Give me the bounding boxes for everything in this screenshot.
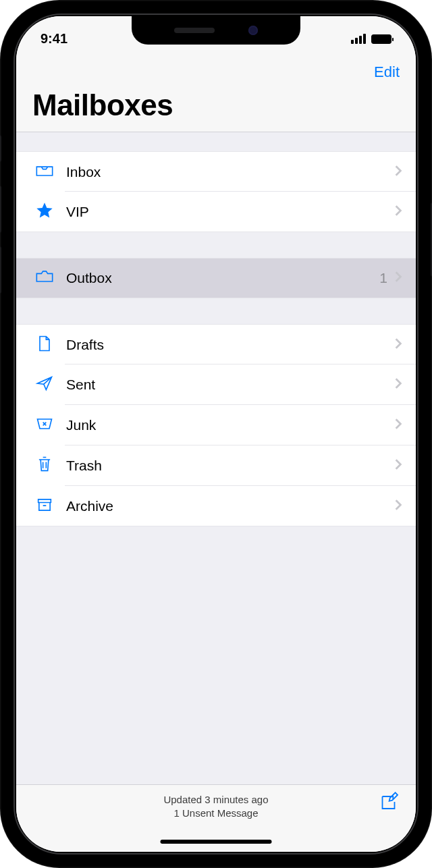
- mailbox-group-main: Inbox VIP: [16, 151, 416, 232]
- speaker-grille: [174, 28, 215, 33]
- edit-button[interactable]: Edit: [374, 63, 400, 81]
- navigation-bar: Edit Mailboxes: [16, 53, 416, 132]
- battery-icon: [371, 34, 392, 44]
- mailbox-label: Sent: [57, 377, 394, 393]
- status-time: 9:41: [40, 31, 68, 47]
- inbox-icon: [35, 161, 54, 183]
- volume-down-button: [0, 246, 1, 294]
- chevron-right-icon: [394, 458, 402, 473]
- chevron-right-icon: [394, 499, 402, 514]
- chevron-right-icon: [394, 271, 402, 286]
- screen: 9:41 Edit Mailboxes: [16, 16, 416, 852]
- star-icon: [35, 201, 54, 223]
- home-indicator: [161, 840, 272, 844]
- toolbar-status: Updated 3 minutes ago 1 Unsent Message: [53, 792, 379, 821]
- device-frame: 9:41 Edit Mailboxes: [0, 0, 432, 868]
- volume-up-button: [0, 186, 1, 233]
- status-unsent: 1 Unsent Message: [53, 807, 379, 820]
- mailbox-label: Outbox: [57, 270, 379, 286]
- status-updated: Updated 3 minutes ago: [53, 793, 379, 807]
- mailbox-label: Trash: [57, 458, 394, 474]
- trash-icon: [35, 455, 54, 477]
- compose-button[interactable]: [379, 792, 400, 815]
- mailbox-row-archive[interactable]: Archive: [16, 486, 416, 526]
- chevron-right-icon: [394, 165, 402, 180]
- junk-icon: [35, 414, 54, 436]
- mailbox-group-outbox: Outbox 1: [16, 258, 416, 298]
- toolbar: Updated 3 minutes ago 1 Unsent Message: [16, 784, 416, 852]
- mailbox-row-inbox[interactable]: Inbox: [16, 151, 416, 192]
- outbox-icon: [35, 267, 54, 289]
- paper-plane-icon: [35, 374, 54, 396]
- mailbox-label: Archive: [57, 498, 394, 514]
- mailbox-row-drafts[interactable]: Drafts: [16, 324, 416, 364]
- mailbox-label: Drafts: [57, 337, 394, 353]
- mailbox-row-outbox[interactable]: Outbox 1: [16, 258, 416, 298]
- archive-icon: [35, 495, 54, 517]
- cellular-signal-icon: [351, 34, 366, 44]
- mailbox-group-folders: Drafts Sent Junk: [16, 324, 416, 526]
- front-camera: [248, 26, 258, 35]
- document-icon: [35, 334, 54, 356]
- mailbox-list: Inbox VIP: [16, 132, 416, 784]
- mailbox-count: 1: [379, 270, 394, 286]
- mailbox-label: VIP: [57, 204, 394, 220]
- chevron-right-icon: [394, 377, 402, 392]
- mailbox-row-trash[interactable]: Trash: [16, 445, 416, 486]
- notch: [132, 16, 300, 45]
- page-title: Mailboxes: [32, 88, 400, 122]
- mailbox-label: Inbox: [57, 164, 394, 180]
- mailbox-row-junk[interactable]: Junk: [16, 405, 416, 445]
- mailbox-row-sent[interactable]: Sent: [16, 364, 416, 405]
- chevron-right-icon: [394, 205, 402, 219]
- chevron-right-icon: [394, 418, 402, 433]
- mailbox-label: Junk: [57, 417, 394, 433]
- mailbox-row-vip[interactable]: VIP: [16, 192, 416, 232]
- chevron-right-icon: [394, 337, 402, 352]
- mute-switch: [0, 135, 1, 162]
